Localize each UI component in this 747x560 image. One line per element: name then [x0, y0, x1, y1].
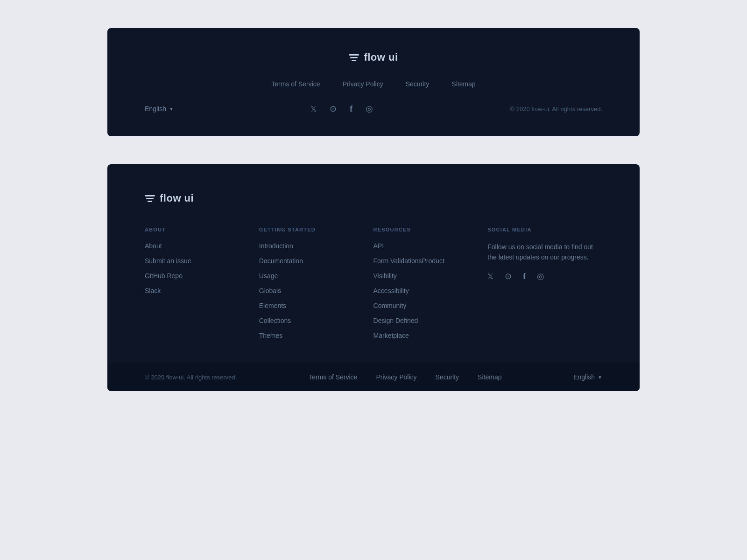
- list-item: GitHub Repo: [145, 272, 240, 280]
- dribbble-icon[interactable]: [366, 105, 373, 113]
- nav-security[interactable]: Security: [406, 80, 430, 88]
- themes-link[interactable]: Themes: [259, 332, 283, 339]
- introduction-link[interactable]: Introduction: [259, 242, 293, 250]
- elements-link[interactable]: Elements: [259, 302, 286, 309]
- col-social-media: SOCIAL MEDIA Follow us on social media t…: [487, 227, 602, 340]
- nav-privacy[interactable]: Privacy Policy: [343, 80, 383, 88]
- slack-link[interactable]: Slack: [145, 287, 161, 294]
- footer2-chevron-down-icon: ▼: [598, 375, 602, 380]
- col-about-heading: ABOUT: [145, 227, 240, 232]
- footer-extended-container: flow ui ABOUT About Submit an issue GitH…: [107, 164, 640, 391]
- list-item: Marketplace: [374, 331, 469, 340]
- list-item: Introduction: [259, 242, 355, 250]
- list-item: Collections: [259, 316, 355, 325]
- list-item: Community: [374, 301, 469, 310]
- col-getting-started-heading: GETTING STARTED: [259, 227, 355, 232]
- list-item: Themes: [259, 331, 355, 340]
- list-item: Slack: [145, 287, 240, 295]
- footer-nav: Terms of Service Privacy Policy Security…: [271, 80, 475, 88]
- documentation-link[interactable]: Documentation: [259, 257, 303, 265]
- footer2-logo-section: flow ui: [145, 192, 602, 204]
- footer2-social-icons: [487, 272, 602, 280]
- bottom-nav-privacy[interactable]: Privacy Policy: [376, 373, 416, 381]
- col-resources-heading: RESOURCES: [374, 227, 469, 232]
- col-about: ABOUT About Submit an issue GitHub Repo …: [145, 227, 240, 340]
- footer-extended: flow ui ABOUT About Submit an issue GitH…: [107, 164, 640, 363]
- twitter-icon[interactable]: [487, 272, 493, 280]
- community-link[interactable]: Community: [374, 302, 407, 309]
- footer2-logo-icon: [145, 195, 155, 202]
- col-social-heading: SOCIAL MEDIA: [487, 227, 602, 232]
- list-item: Form ValidationsProduct: [374, 257, 469, 265]
- nav-sitemap[interactable]: Sitemap: [451, 80, 475, 88]
- marketplace-link[interactable]: Marketplace: [374, 332, 409, 339]
- social-media-description: Follow us on social media to find out th…: [487, 242, 602, 263]
- facebook-icon[interactable]: [523, 272, 526, 280]
- footer2-logo: flow ui: [145, 192, 602, 204]
- col-getting-started: GETTING STARTED Introduction Documentati…: [259, 227, 355, 340]
- chevron-down-icon: ▼: [169, 106, 174, 112]
- col-resources: RESOURCES API Form ValidationsProduct Vi…: [374, 227, 469, 340]
- accessibility-link[interactable]: Accessibility: [374, 287, 409, 294]
- globals-link[interactable]: Globals: [259, 287, 281, 294]
- footer-simple-container: flow ui Terms of Service Privacy Policy …: [107, 28, 640, 136]
- visibility-link[interactable]: Visibility: [374, 272, 397, 280]
- list-item: Design Defined: [374, 316, 469, 325]
- language-label: English: [145, 105, 166, 112]
- social-icons: [310, 105, 373, 113]
- submit-issue-link[interactable]: Submit an issue: [145, 257, 191, 265]
- about-link[interactable]: About: [145, 242, 162, 250]
- form-validations-link[interactable]: Form ValidationsProduct: [374, 257, 444, 265]
- footer-simple: flow ui Terms of Service Privacy Policy …: [107, 28, 640, 136]
- footer2-copyright: © 2020 flow-ui. All rights reserved.: [145, 374, 237, 381]
- facebook-icon[interactable]: [350, 105, 352, 113]
- usage-link[interactable]: Usage: [259, 272, 278, 280]
- list-item: Globals: [259, 287, 355, 295]
- footer-columns: ABOUT About Submit an issue GitHub Repo …: [145, 227, 602, 363]
- list-item: API: [374, 242, 469, 250]
- list-item: Elements: [259, 301, 355, 310]
- col-about-list: About Submit an issue GitHub Repo Slack: [145, 242, 240, 295]
- list-item: Submit an issue: [145, 257, 240, 265]
- github-repo-link[interactable]: GitHub Repo: [145, 272, 183, 280]
- col-getting-started-list: Introduction Documentation Usage Globals…: [259, 242, 355, 340]
- list-item: About: [145, 242, 240, 250]
- bottom-nav-terms[interactable]: Terms of Service: [309, 373, 357, 381]
- list-item: Visibility: [374, 272, 469, 280]
- list-item: Usage: [259, 272, 355, 280]
- list-item: Accessibility: [374, 287, 469, 295]
- language-selector[interactable]: English ▼: [145, 105, 174, 112]
- nav-terms[interactable]: Terms of Service: [271, 80, 320, 88]
- footer2-language-selector[interactable]: English ▼: [573, 373, 602, 381]
- api-link[interactable]: API: [374, 242, 384, 250]
- footer-bottom-row: English ▼ © 2020 flow-ui. All rights res…: [145, 105, 602, 118]
- design-defined-link[interactable]: Design Defined: [374, 317, 418, 324]
- dribbble-icon[interactable]: [537, 272, 544, 280]
- col-resources-list: API Form ValidationsProduct Visibility A…: [374, 242, 469, 340]
- logo: flow ui: [349, 51, 398, 63]
- footer2-bottom-nav: Terms of Service Privacy Policy Security…: [309, 373, 501, 381]
- collections-link[interactable]: Collections: [259, 317, 291, 324]
- bottom-nav-sitemap[interactable]: Sitemap: [478, 373, 501, 381]
- github-icon[interactable]: [330, 105, 337, 113]
- list-item: Documentation: [259, 257, 355, 265]
- twitter-icon[interactable]: [310, 105, 317, 113]
- footer2-logo-text: flow ui: [160, 192, 194, 204]
- github-icon[interactable]: [505, 272, 512, 280]
- bottom-nav-security[interactable]: Security: [436, 373, 459, 381]
- logo-icon: [349, 54, 359, 61]
- copyright-text: © 2020 flow-ui. All rights reserved.: [510, 105, 602, 112]
- logo-text: flow ui: [364, 51, 398, 63]
- footer2-bottom-bar: © 2020 flow-ui. All rights reserved. Ter…: [107, 363, 640, 391]
- footer2-language-label: English: [573, 373, 595, 381]
